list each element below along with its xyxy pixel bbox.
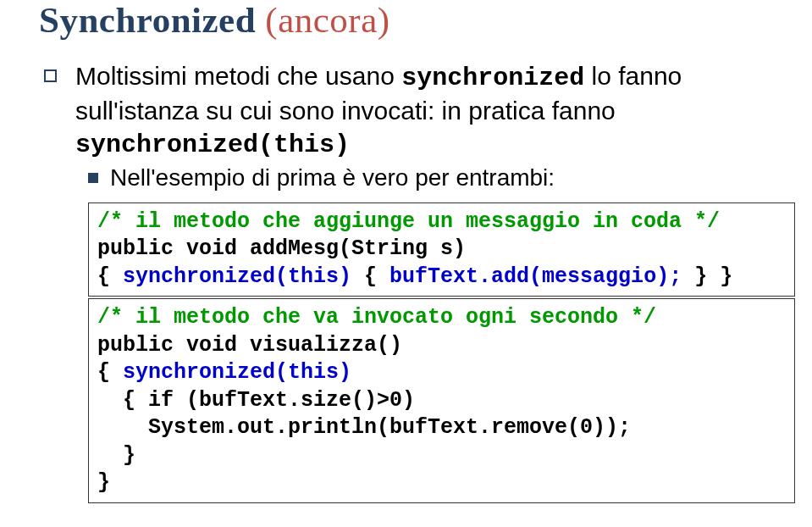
title-accent: (ancora) (265, 0, 389, 40)
bullet-level-1: Moltissimi metodi che usano synchronized… (44, 60, 773, 161)
code1-l3b: synchronized(this) (123, 264, 351, 289)
code1-l3e: } } (682, 264, 732, 289)
code2-comment: /* il metodo che va invocato ogni second… (97, 305, 656, 330)
bullet-marker-square-open (44, 69, 57, 82)
bullet-1-frag1: Moltissimi metodi che usano (75, 62, 401, 90)
slide-container: Synchronized (ancora) Moltissimi metodi … (0, 0, 812, 503)
code2-line5: System.out.println(bufText.remove(0)); (97, 414, 786, 442)
code-block-1: /* il metodo che aggiunge un messaggio i… (88, 202, 795, 297)
code2-line2: public void visualizza() (97, 332, 786, 360)
bullet-1-keyword1: synchronized (401, 64, 584, 92)
code1-l3d: bufText.add(messaggio); (389, 264, 682, 289)
bullet-2-text: Nell'esempio di prima è vero per entramb… (110, 163, 555, 193)
code1-comment: /* il metodo che aggiunge un messaggio i… (97, 209, 720, 234)
slide-title: Synchronized (ancora) (39, 0, 773, 55)
code2-l3a: { (97, 360, 123, 385)
bullet-1-keyword2: synchronized(this) (75, 130, 350, 159)
code1-line2: public void addMesg(String s) (97, 236, 786, 264)
code1-l3a: { (97, 264, 123, 289)
title-main: Synchronized (39, 0, 256, 40)
code-block-2: /* il metodo che va invocato ogni second… (88, 298, 795, 503)
code2-line7: } (97, 469, 786, 497)
bullet-level-2: Nell'esempio di prima è vero per entramb… (88, 163, 773, 193)
code1-l3c: { (351, 264, 389, 289)
code2-line3: { synchronized(this) (97, 359, 786, 387)
code2-l3b: synchronized(this) (123, 360, 351, 385)
bullet-marker-square-solid (88, 173, 98, 183)
code1-line3: { synchronized(this) { bufText.add(messa… (97, 264, 786, 291)
code2-line4: { if (bufText.size()>0) (97, 387, 786, 415)
bullet-1-text: Moltissimi metodi che usano synchronized… (75, 60, 773, 161)
code2-line6: } (97, 442, 786, 470)
